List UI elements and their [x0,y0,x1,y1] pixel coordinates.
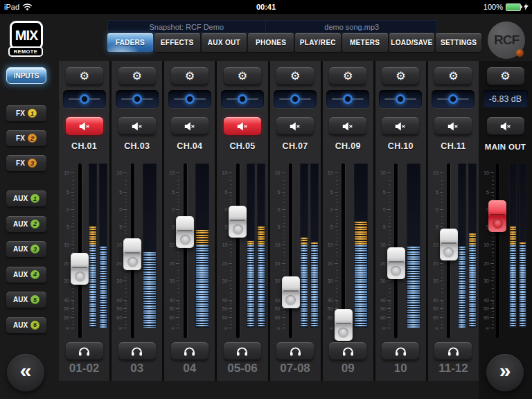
phones-solo-button[interactable] [224,342,261,360]
mute-button[interactable] [329,117,366,135]
tab-play-rec[interactable]: PLAY/REC [295,33,341,52]
pan-knob [185,94,195,104]
pan-control[interactable] [168,90,211,108]
mute-button[interactable] [434,117,472,135]
tab-phones[interactable]: PHONES [248,33,294,52]
channel-settings-button[interactable]: ⚙ [276,67,314,85]
fader-knob[interactable] [488,200,506,232]
scale-tick [387,209,391,210]
scale-tick [490,308,494,309]
scale-tick-minor [72,288,74,289]
scale-tick-minor [230,292,232,293]
scale-tick-minor [177,301,179,302]
level-meter [458,163,466,328]
fader-scale-label: ∞ [112,326,122,330]
fader-knob[interactable] [71,253,89,285]
phones-solo-button[interactable] [434,342,472,360]
fx-button-3[interactable]: FX3 [6,155,46,171]
aux-button-2[interactable]: AUX2 [6,216,46,232]
fader-scale-label: 20 [375,261,386,266]
mute-button[interactable] [224,117,261,135]
fader-track[interactable] [184,163,187,338]
phones-solo-button[interactable] [276,342,314,360]
scale-tick-minor [230,301,232,302]
channel-settings-button[interactable]: ⚙ [118,67,156,85]
fader-scale-label: 0 [270,207,281,212]
scale-tick-minor [230,303,232,304]
aux-button-1[interactable]: AUX1 [6,190,46,206]
channel-settings-button[interactable]: ⚙ [382,67,419,85]
scale-tick [229,308,232,309]
fader-knob[interactable] [176,216,194,248]
gear-icon: ⚙ [343,71,353,82]
aux-button-4[interactable]: AUX4 [6,267,46,283]
level-meter [407,163,420,328]
fader-knob[interactable] [387,247,405,279]
scale-tick [282,209,285,210]
channel-name: CH.05 [217,141,267,151]
pan-control[interactable] [116,90,159,108]
scale-tick [176,300,179,301]
scale-tick-minor [177,277,179,278]
fader-track[interactable] [236,163,240,338]
pan-control[interactable] [221,90,264,108]
scale-tick [176,192,179,193]
fader-scale-label: 10 [428,242,438,247]
pan-control[interactable] [379,90,422,108]
fader-knob[interactable] [440,229,458,260]
scale-tick-minor [336,270,338,271]
fader-track[interactable] [78,163,82,338]
phones-solo-button[interactable] [66,342,103,360]
fx-button-2[interactable]: FX2 [6,130,46,146]
channel-settings-button[interactable]: ⚙ [171,67,209,85]
main-mute-button[interactable] [487,117,524,135]
fader-knob[interactable] [123,238,141,270]
aux-button-5[interactable]: AUX5 [6,292,46,308]
scale-tick-minor [441,314,443,315]
pan-control[interactable] [326,90,369,108]
channel-settings-button[interactable]: ⚙ [224,67,261,85]
scale-tick [123,317,127,318]
fader-track[interactable] [289,163,292,338]
pan-control[interactable] [432,90,475,108]
fader-track[interactable] [496,163,499,338]
fader-knob[interactable] [335,309,353,341]
phones-solo-button[interactable] [118,342,156,360]
tab-meters[interactable]: METERS [342,33,388,52]
mute-button[interactable] [171,117,209,135]
mute-button[interactable] [276,117,314,135]
collapse-left-button[interactable]: « [7,354,44,391]
tab-settings[interactable]: SETTINGS [436,33,481,52]
scale-tick-minor [177,252,179,253]
gear-icon: ⚙ [132,71,142,82]
scale-tick-minor [72,321,74,321]
channel-settings-button[interactable]: ⚙ [66,67,103,85]
tab-load-save[interactable]: LOAD/SAVE [389,33,435,52]
scale-tick [229,281,232,281]
channel-settings-button[interactable]: ⚙ [434,67,472,85]
phones-solo-button[interactable] [171,342,209,360]
fx-button-1[interactable]: FX1 [6,105,46,121]
pan-control[interactable] [63,90,106,108]
aux-button-3[interactable]: AUX3 [6,241,46,257]
scale-tick-minor [336,241,338,242]
phones-solo-button[interactable] [382,342,419,360]
fader-scale-label: 0 [375,207,386,212]
channel-settings-button[interactable]: ⚙ [329,67,366,85]
main-settings-button[interactable]: ⚙ [487,67,524,85]
tab-faders[interactable]: FADERS [107,33,153,52]
phones-solo-button[interactable] [329,342,366,360]
scale-tick-minor [177,199,179,200]
fader-knob[interactable] [282,276,300,308]
mute-button[interactable] [118,117,156,135]
tab-effects[interactable]: EFFECTS [154,33,200,52]
inputs-button[interactable]: INPUTS [6,67,46,84]
fader-scale-label: 0 [112,207,122,212]
tab-aux-out[interactable]: AUX OUT [202,33,247,52]
fader-knob[interactable] [229,206,247,238]
expand-right-button[interactable]: » [486,354,524,391]
pan-control[interactable] [274,90,317,108]
aux-button-6[interactable]: AUX6 [6,317,46,333]
mute-button[interactable] [382,117,419,135]
mute-button[interactable] [66,117,103,135]
